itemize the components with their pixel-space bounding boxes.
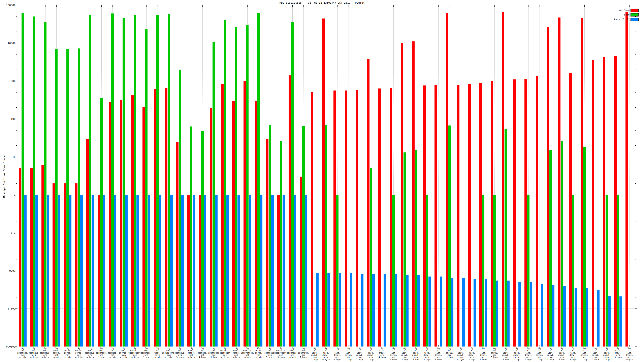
y-minor-tick-right xyxy=(635,183,636,184)
bar-not-spam xyxy=(86,139,89,347)
x-tick-top xyxy=(337,5,338,7)
v-gridline xyxy=(382,5,382,347)
bar-not-spam xyxy=(232,101,235,347)
bar-score xyxy=(428,277,431,347)
x-tick-top xyxy=(506,5,506,7)
y-major-tick-right xyxy=(635,157,637,157)
x-tick-top xyxy=(348,5,349,7)
x-tick-top xyxy=(45,5,46,7)
bar-score xyxy=(474,279,476,347)
bar-spam xyxy=(606,195,608,347)
x-tick-label-line: 2 hops xyxy=(476,359,491,361)
bar-score xyxy=(238,195,240,347)
bar-spam xyxy=(179,70,181,347)
bar-score xyxy=(384,274,386,347)
bar-spam xyxy=(448,125,451,347)
bar-spam xyxy=(89,15,91,347)
bar-spam xyxy=(404,152,406,347)
y-major-tick-right xyxy=(635,119,637,119)
legend-swatch-score xyxy=(630,18,638,21)
bar-score xyxy=(350,273,352,347)
legend-row-spam: Spam xyxy=(584,13,642,16)
v-gridline xyxy=(461,5,461,347)
x-tick-top xyxy=(629,5,630,7)
y-minor-tick-left xyxy=(16,92,17,92)
x-tick-bottom xyxy=(382,345,382,347)
bar-score xyxy=(282,195,285,347)
bar-score xyxy=(451,278,454,347)
bar-score xyxy=(69,195,72,347)
bar-spam xyxy=(280,141,282,347)
x-tick-top xyxy=(394,5,394,7)
bar-not-spam xyxy=(210,108,212,347)
bar-not-spam xyxy=(580,18,583,347)
bar-not-spam xyxy=(401,43,403,347)
bar-not-spam xyxy=(434,85,437,347)
bar-spam xyxy=(258,13,260,347)
y-minor-tick-left xyxy=(16,320,17,320)
bar-spam xyxy=(78,48,80,347)
bar-spam xyxy=(572,195,574,347)
y-major-tick-right xyxy=(635,5,637,5)
y-minor-tick-left xyxy=(16,206,17,206)
bar-not-spam xyxy=(558,17,560,347)
bar-score xyxy=(597,290,600,347)
bar-not-spam xyxy=(524,79,527,347)
x-tick-top xyxy=(494,5,495,7)
rbl-statistics-chart: RBL Statistics - Tue Feb 12 13:01:47 EST… xyxy=(0,0,644,362)
x-tick-bottom xyxy=(596,345,596,347)
bar-not-spam xyxy=(75,183,78,347)
x-tick-top xyxy=(214,5,214,7)
y-minor-tick-right xyxy=(635,244,636,244)
y-tick-label: 100000 xyxy=(1,3,16,7)
x-tick-top xyxy=(596,5,596,7)
bar-spam xyxy=(134,15,136,347)
x-tick-top xyxy=(112,5,113,7)
x-tick-top xyxy=(528,5,528,7)
bar-spam xyxy=(145,29,148,347)
bar-score xyxy=(563,286,566,347)
bar-not-spam xyxy=(423,85,426,347)
x-tick-top xyxy=(68,5,68,7)
y-minor-tick-right xyxy=(635,92,636,92)
bar-score xyxy=(462,278,465,347)
bar-not-spam xyxy=(255,101,257,347)
x-tick-top xyxy=(438,5,438,7)
v-gridline xyxy=(596,5,596,347)
bar-not-spam xyxy=(154,89,156,347)
bar-spam xyxy=(66,49,69,347)
chart-title: RBL Statistics - Tue Feb 12 13:01:47 EST… xyxy=(0,1,644,4)
bar-not-spam xyxy=(569,73,572,347)
bar-not-spam xyxy=(131,95,134,347)
legend-label-not-spam: Not Spam xyxy=(619,9,630,12)
bar-spam xyxy=(122,18,125,347)
bar-spam xyxy=(482,195,484,347)
v-gridline xyxy=(517,5,517,347)
legend-label-spam: Spam xyxy=(624,13,630,16)
x-tick-top xyxy=(135,5,135,7)
bar-not-spam xyxy=(52,183,55,347)
bar-score xyxy=(226,195,229,347)
x-tick-top xyxy=(461,5,461,7)
x-tick-label-line: origin xyxy=(622,359,637,361)
bar-not-spam xyxy=(244,81,246,347)
bar-not-spam xyxy=(603,57,605,347)
x-tick-label: 9@2.list.dnswl.orgorigin xyxy=(622,347,637,361)
bar-not-spam xyxy=(109,102,111,347)
bar-spam xyxy=(561,141,563,347)
y-major-tick-right xyxy=(635,195,637,195)
x-tick-top xyxy=(146,5,146,7)
bar-spam xyxy=(426,195,428,347)
bar-spam xyxy=(493,195,496,347)
bar-spam xyxy=(235,27,237,347)
bar-score xyxy=(148,195,150,347)
x-tick-top xyxy=(540,5,540,7)
v-gridline xyxy=(438,5,438,347)
bar-not-spam xyxy=(592,60,594,347)
x-tick-top xyxy=(56,5,56,7)
bar-spam xyxy=(325,125,327,347)
x-tick-label-line: 3 hops xyxy=(599,359,614,361)
y-minor-tick-right xyxy=(635,320,636,320)
bar-score xyxy=(608,296,610,347)
y-tick-label: 100 xyxy=(1,117,16,120)
